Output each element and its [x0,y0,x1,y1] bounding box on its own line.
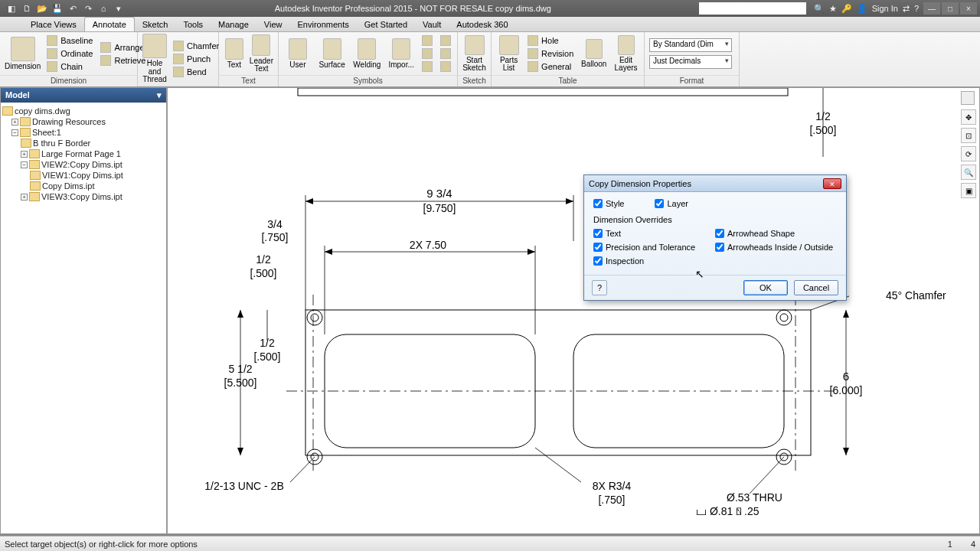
layer-checkbox[interactable]: Layer [655,199,688,208]
window-controls: — □ × [923,2,980,15]
user-icon[interactable]: 👤 [857,4,867,14]
symbol4-button[interactable] [439,34,452,47]
leader-text-button[interactable]: Leader Text [250,34,273,73]
tab-place-views[interactable]: Place Views [23,18,84,31]
dimension-button[interactable]: Dimension [5,37,41,71]
help-icon[interactable]: ? [914,4,919,14]
open-icon[interactable]: 📂 [35,2,49,15]
symbol6-button[interactable] [439,60,452,73]
text-button[interactable]: Text [224,38,245,70]
home-icon[interactable]: ⌂ [96,2,110,15]
layer-combo[interactable]: Just Decimals [649,55,732,69]
arrowhead-shape-checkbox[interactable]: Arrowhead Shape [715,229,837,238]
minimize-button[interactable]: — [923,2,940,15]
symbol2-button[interactable] [420,47,434,60]
save-icon[interactable]: 💾 [51,2,64,15]
zoom-window-icon[interactable]: ▣ [961,183,976,198]
edit-layers-button[interactable]: Edit Layers [612,35,639,73]
surface-button[interactable]: Surface [317,38,348,70]
revision-table-button[interactable]: Revision [526,47,575,60]
tab-environments[interactable]: Environments [290,18,357,31]
tree-item[interactable]: Copy Dims.ipt [2,181,165,191]
undo-icon[interactable]: ↶ [66,2,80,15]
punch-button[interactable]: Punch [172,53,220,65]
arrowheads-io-checkbox[interactable]: Arrowheads Inside / Outside [715,243,837,252]
pan-icon[interactable]: ✥ [961,109,976,125]
zoom-icon[interactable]: 🔍 [961,165,976,180]
welding-button[interactable]: Welding [352,38,383,70]
hole-table-button[interactable]: Hole [526,34,575,47]
key-icon[interactable]: 🔑 [841,4,852,14]
svg-text:1/2-13 UNC - 2B: 1/2-13 UNC - 2B [204,480,283,492]
svg-text:[5.500]: [5.500] [224,377,257,389]
tree-item[interactable]: −Sheet:1 [2,127,165,138]
style-checkbox[interactable]: Style [593,199,624,208]
inspection-checkbox[interactable]: Inspection [593,256,715,266]
tab-view[interactable]: View [256,18,290,31]
quick-access-toolbar: ◧ 🗋 📂 💾 ↶ ↷ ⌂ ▾ [0,2,130,15]
tree-item[interactable]: +Drawing Resources [2,116,165,127]
app-menu-icon[interactable]: ◧ [5,2,18,15]
tree-item[interactable]: VIEW1:Copy Dims.ipt [2,170,165,181]
panel-label: Text [219,75,278,86]
title-right-icons: 🔍 ★ 🔑 👤 Sign In ⇄ ? [809,4,923,14]
user-symbol-button[interactable]: User [283,38,312,70]
drawing-canvas[interactable]: 9 3/4 [9.750] 2X 7.50 3/4 [.750] 1/2 [.5… [167,87,980,534]
tree-item[interactable]: −VIEW2:Copy Dims.ipt [2,159,165,170]
precision-checkbox[interactable]: Precision and Tolerance [593,243,715,252]
svg-text:[.500]: [.500] [253,350,280,363]
navcube[interactable] [961,91,975,105]
tree-item[interactable]: +VIEW3:Copy Dims.ipt [2,191,165,202]
tab-annotate[interactable]: Annotate [84,17,135,31]
symbol3-button[interactable] [420,60,434,73]
tab-get-started[interactable]: Get Started [357,18,415,31]
dialog-titlebar[interactable]: Copy Dimension Properties ✕ [584,175,846,192]
baseline-button[interactable]: Baseline [45,34,94,47]
dialog-help-button[interactable]: ? [592,280,607,295]
dialog-close-button[interactable]: ✕ [823,178,841,189]
import-symbols-button[interactable]: Impor... [387,38,416,70]
svg-point-12 [780,314,788,321]
orbit-icon[interactable]: ⟳ [961,146,976,161]
new-icon[interactable]: 🗋 [20,2,34,15]
exchange-icon[interactable]: ⇄ [903,4,910,14]
style-combo[interactable]: By Standard (Dim [649,38,732,52]
general-table-button[interactable]: General [526,60,575,73]
chamfer-note-button[interactable]: Chamfer [172,40,220,52]
close-button[interactable]: × [960,2,977,15]
redo-icon[interactable]: ↷ [81,2,95,15]
ribbon-tabs: Place Views Annotate Sketch Tools Manage… [0,17,980,32]
start-sketch-button[interactable]: Start Sketch [462,35,486,73]
tree-root[interactable]: copy dims.dwg [2,106,165,116]
ok-button[interactable]: OK [743,280,788,295]
bend-button[interactable]: Bend [172,66,220,78]
chain-button[interactable]: Chain [45,60,94,73]
tab-tools[interactable]: Tools [175,18,211,31]
tree-item[interactable]: +Large Format Page 1 [2,148,165,159]
balloon-button[interactable]: Balloon [580,39,608,69]
tab-sketch[interactable]: Sketch [135,18,176,31]
tab-manage[interactable]: Manage [211,18,256,31]
svg-text:3/4: 3/4 [267,218,283,230]
zoom-extents-icon[interactable]: ⊡ [961,128,976,143]
ordinate-button[interactable]: Ordinate [45,47,94,60]
svg-text:[6.000]: [6.000] [830,384,863,396]
search-icon[interactable]: 🔍 [814,4,825,14]
signin-label[interactable]: Sign In [872,4,898,14]
maximize-button[interactable]: □ [942,2,959,15]
svg-text:⌴ Ø.81 ⍂ .25: ⌴ Ø.81 ⍂ .25 [696,505,760,517]
symbol1-button[interactable] [420,34,434,47]
app-title: Autodesk Inventor Professional 2015 - NO… [130,4,696,13]
qat-more-icon[interactable]: ▾ [112,2,126,15]
tree-item[interactable]: B thru F Border [2,138,165,148]
tab-vault[interactable]: Vault [415,18,449,31]
text-checkbox[interactable]: Text [593,229,715,238]
symbol5-button[interactable] [439,47,452,60]
star-icon[interactable]: ★ [829,4,837,14]
parts-list-button[interactable]: Parts List [496,35,521,73]
hole-thread-button[interactable]: Hole and Thread [142,34,167,84]
cancel-button[interactable]: Cancel [794,280,838,295]
search-input[interactable] [699,2,806,15]
tab-autodesk360[interactable]: Autodesk 360 [449,18,515,31]
model-header[interactable]: Model▾ [1,88,166,103]
